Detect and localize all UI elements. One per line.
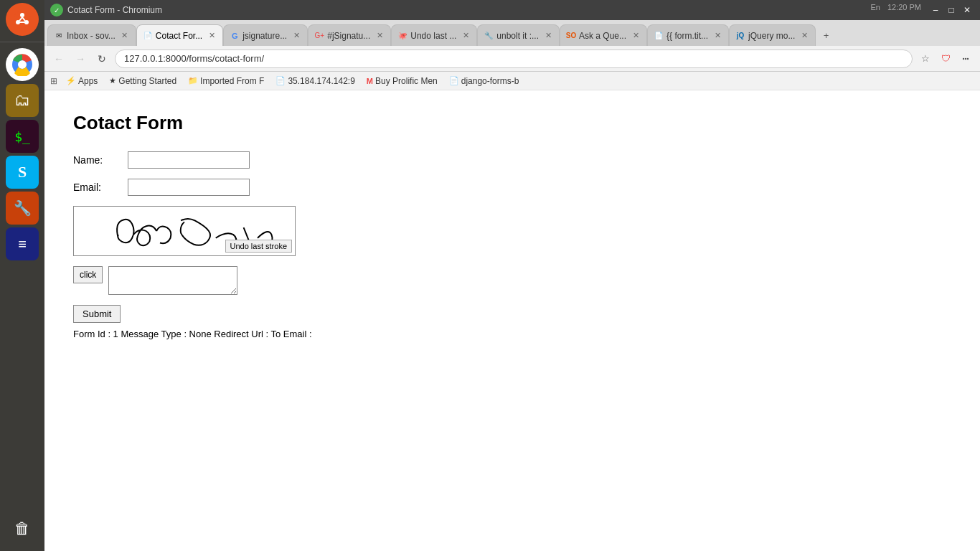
tab-label-jsig2: #jSignatu...: [327, 31, 370, 41]
bookmark-django[interactable]: 📄 django-forms-b: [445, 75, 524, 88]
taskbar-icon-chromium[interactable]: [6, 48, 39, 81]
window-controls: En 12:20 PM – □ ✕: [870, 3, 974, 17]
svg-point-9: [19, 62, 25, 67]
taskbar-icon-terminal[interactable]: $_: [6, 120, 39, 153]
tab-favicon-askq: SO: [566, 31, 576, 41]
click-row: click: [73, 266, 951, 295]
bookmark-getting-started-label: Getting Started: [118, 76, 176, 86]
tab-label-gmail: Inbox - sov...: [67, 31, 116, 41]
maximize-button[interactable]: □: [944, 3, 958, 17]
chromium-verified-icon: ✓: [50, 4, 63, 17]
bookmark-star-button[interactable]: ☆: [917, 50, 934, 67]
taskbar-icon-notes[interactable]: ≡: [6, 227, 39, 260]
tab-label-github: Undo last ...: [410, 31, 456, 41]
address-input[interactable]: [115, 50, 913, 68]
tab-favicon-gmail: ✉: [54, 31, 64, 41]
tab-close-askq[interactable]: ✕: [631, 31, 641, 41]
close-button[interactable]: ✕: [960, 3, 974, 17]
tray-time: 12:20 PM: [887, 3, 921, 17]
bookmark-prolific-label: Buy Prolific Men: [375, 76, 438, 86]
tab-close-jquery[interactable]: ✕: [799, 31, 809, 41]
form-info-text: Form Id : 1 Message Type : None Redirect…: [73, 329, 951, 339]
adblock-button[interactable]: 🛡: [937, 50, 954, 67]
tab-favicon-cotact: 📄: [143, 31, 153, 41]
bookmark-prolific-icon: M: [367, 77, 373, 85]
tab-close-github[interactable]: ✕: [461, 31, 471, 41]
email-row: Email:: [73, 179, 951, 196]
taskbar-icon-files[interactable]: 🗂: [6, 84, 39, 117]
back-button[interactable]: ←: [50, 50, 67, 67]
address-icons: ☆ 🛡: [917, 50, 974, 67]
tab-jsig1[interactable]: G jsignature... ✕: [223, 24, 308, 46]
forward-button[interactable]: →: [72, 50, 89, 67]
tab-favicon-unbolt: 🔧: [484, 31, 494, 41]
submit-button[interactable]: Submit: [73, 305, 121, 323]
svg-point-11: [965, 57, 966, 59]
tab-label-formtitle: {{ form.tit...: [666, 31, 708, 41]
bookmarks-bar: ⊞ ⚡ Apps ★ Getting Started 📁 Imported Fr…: [44, 72, 980, 90]
taskbar-icon-ubuntu[interactable]: [6, 3, 39, 36]
signature-area[interactable]: Undo last stroke: [73, 206, 296, 256]
tab-label-jquery: jQuery mo...: [748, 31, 795, 41]
tab-askq[interactable]: SO Ask a Que... ✕: [560, 24, 647, 46]
apps-grid-icon: ⊞: [50, 76, 57, 86]
tab-jquery[interactable]: jQ jQuery mo... ✕: [729, 24, 816, 46]
tab-close-gmail[interactable]: ✕: [120, 31, 130, 41]
signature-canvas[interactable]: Undo last stroke: [74, 207, 295, 255]
minimize-button[interactable]: –: [928, 3, 943, 17]
bookmark-ip-label: 35.184.174.142:9: [288, 76, 354, 86]
tab-close-formtitle[interactable]: ✕: [712, 31, 722, 41]
undo-last-stroke-button[interactable]: Undo last stroke: [225, 240, 292, 253]
bookmark-apps[interactable]: ⚡ Apps: [62, 75, 102, 88]
bookmark-imported[interactable]: 📁 Imported From F: [184, 75, 268, 88]
bookmark-imported-icon: 📁: [188, 76, 198, 85]
name-input[interactable]: [128, 151, 250, 169]
svg-point-12: [967, 57, 969, 59]
click-button[interactable]: click: [73, 266, 103, 283]
click-textarea[interactable]: [108, 266, 237, 295]
bookmark-ip[interactable]: 📄 35.184.174.142:9: [271, 75, 359, 88]
tab-close-unbolt[interactable]: ✕: [543, 31, 553, 41]
taskbar-icon-skype[interactable]: S: [6, 156, 39, 189]
bookmark-getting-started[interactable]: ★ Getting Started: [105, 75, 181, 88]
tab-favicon-github: 🐙: [397, 31, 407, 41]
taskbar-left: 🗂 $_ S 🔧 ≡ 🗑: [0, 0, 44, 551]
taskbar-icon-trash[interactable]: 🗑: [6, 512, 39, 545]
bookmark-prolific[interactable]: M Buy Prolific Men: [362, 75, 442, 88]
bookmark-ip-icon: 📄: [275, 76, 286, 85]
svg-point-10: [963, 57, 964, 59]
tab-close-cotact[interactable]: ✕: [207, 31, 217, 41]
tab-favicon-jquery: jQ: [735, 31, 745, 41]
bookmark-imported-label: Imported From F: [200, 76, 264, 86]
tab-bar: ✉ Inbox - sov... ✕ 📄 Cotact For... ✕ G j…: [44, 20, 980, 46]
title-bar: ✓ Cotact Form - Chromium En 12:20 PM – □…: [44, 0, 980, 20]
tab-cotact[interactable]: 📄 Cotact For... ✕: [136, 24, 223, 46]
tab-label-cotact: Cotact For...: [156, 31, 202, 41]
name-row: Name:: [73, 151, 951, 169]
bookmark-django-icon: 📄: [449, 76, 459, 85]
tab-close-jsig2[interactable]: ✕: [374, 31, 385, 41]
window-title-text: Cotact Form - Chromium: [67, 5, 162, 15]
tab-formtitle[interactable]: 📄 {{ form.tit... ✕: [647, 24, 729, 46]
tab-favicon-jsig2: G+: [314, 31, 324, 41]
reload-button[interactable]: ↻: [93, 50, 110, 67]
name-label: Name:: [73, 154, 116, 166]
tab-favicon-formtitle: 📄: [654, 31, 664, 41]
tray-lang[interactable]: En: [870, 3, 880, 17]
taskbar-icon-tools[interactable]: 🔧: [6, 192, 39, 225]
chromium-menu-button[interactable]: [957, 50, 974, 67]
tab-label-askq: Ask a Que...: [579, 31, 626, 41]
tab-unbolt[interactable]: 🔧 unbolt it :... ✕: [477, 24, 560, 46]
email-label: Email:: [73, 182, 116, 193]
tab-gmail[interactable]: ✉ Inbox - sov... ✕: [47, 24, 136, 46]
tab-github[interactable]: 🐙 Undo last ... ✕: [391, 24, 477, 46]
email-input[interactable]: [128, 179, 250, 196]
bookmark-getting-started-icon: ★: [109, 76, 116, 85]
tab-jsig2[interactable]: G+ #jSignatu... ✕: [308, 24, 391, 46]
browser-window: ✓ Cotact Form - Chromium En 12:20 PM – □…: [44, 0, 980, 551]
page-title: Cotact Form: [73, 112, 951, 134]
page-content: Cotact Form Name: Email:: [44, 90, 980, 551]
svg-point-1: [20, 13, 24, 17]
tab-close-jsig1[interactable]: ✕: [291, 31, 301, 41]
new-tab-button[interactable]: +: [816, 24, 836, 46]
